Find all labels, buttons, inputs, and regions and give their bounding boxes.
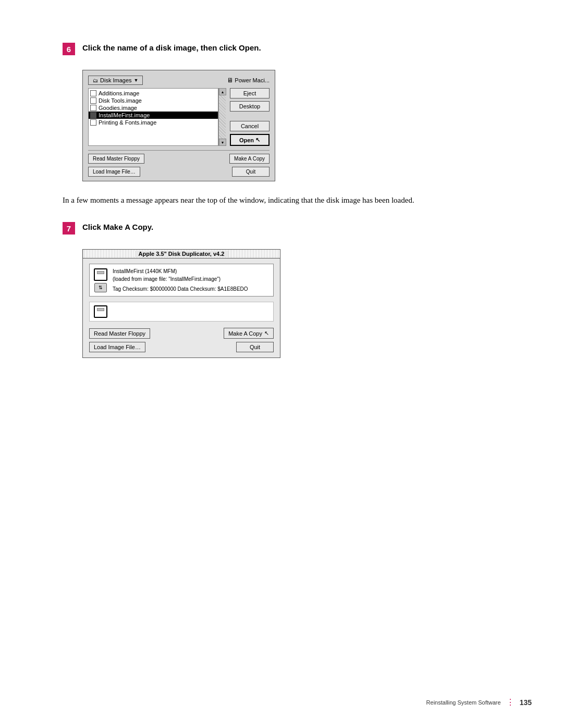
load-image-file-button-7[interactable]: Load Image File… [89,342,145,352]
page-footer: Reinstalling System Software ⋮ 135 [0,697,563,707]
file-item-installmefirst[interactable]: InstallMeFirst.image [89,112,218,119]
load-image-file-button-6[interactable]: Load Image File… [88,167,140,177]
step-6-dialog-screenshot: 🗂 Disk Images ▼ 🖥 Power Maci... [82,70,500,181]
step-6-block: 6 Click the name of a disk image, then c… [63,42,500,55]
dup-info-text: InstallMeFirst (1440K MFM) (loaded from … [113,267,248,293]
file-item-printing[interactable]: Printing & Fonts.image [89,119,218,126]
drive-connector-icon: ⇅ [94,283,107,292]
outer-last-row: Load Image File… Quit [88,167,270,177]
quit-button-7[interactable]: Quit [236,342,274,352]
outer-bottom-row: Read Master Floppy Make A Copy [88,150,270,164]
read-master-floppy-button-7[interactable]: Read Master Floppy [89,328,150,339]
read-master-floppy-button[interactable]: Read Master Floppy [88,154,144,164]
dup-body: ⇅ InstallMeFirst (1440K MFM) (loaded fro… [83,258,280,357]
dup-action-row: Read Master Floppy Make A Copy ↖ [89,328,274,339]
footer-text: Reinstalling System Software [426,699,501,706]
drive-icon: 🖥 [227,77,233,84]
step-7-number: 7 [63,222,75,235]
cursor-icon: ↖ [255,137,260,143]
cancel-button[interactable]: Cancel [230,121,270,131]
folder-selector[interactable]: 🗂 Disk Images ▼ [88,76,143,85]
dropdown-arrow: ▼ [134,78,139,83]
dialog-buttons: Eject Desktop Cancel Open ↖ [230,88,270,146]
volume-label: 🖥 Power Maci... [227,77,270,84]
step-7-block: 7 Click Make A Copy. [63,221,500,235]
disk-duplicator-window: Apple 3.5" Disk Duplicator, v4.2 ⇅ Insta… [82,249,280,358]
dup-info-box: ⇅ InstallMeFirst (1440K MFM) (loaded fro… [89,264,274,297]
dup-titlebar: Apple 3.5" Disk Duplicator, v4.2 [83,250,280,258]
eject-button[interactable]: Eject [230,88,270,98]
folder-selector-label: Disk Images [100,77,132,83]
scrollbar[interactable]: ▲ ▼ [218,88,226,146]
info-line2: (loaded from image file: "InstallMeFirst… [113,275,248,283]
body-paragraph: In a few moments a message appears near … [63,194,417,206]
open-button[interactable]: Open ↖ [230,134,270,146]
footer-page-number: 135 [520,698,532,707]
file-item-disktools[interactable]: Disk Tools.image [89,97,218,104]
info-line1: InstallMeFirst (1440K MFM) [113,267,248,275]
step-6-number: 6 [63,43,75,55]
step-7-title: Click Make A Copy. [82,223,153,231]
quit-button-6[interactable]: Quit [232,167,270,177]
footer-dots: ⋮ [506,697,516,707]
file-list: Additions.image Disk Tools.image Goodies… [88,88,218,146]
dup-floppy-area [89,302,274,322]
make-copy-button-dialog[interactable]: Make A Copy [229,154,270,164]
floppy-icon-top [94,268,107,281]
file-item-goodies[interactable]: Goodies.image [89,104,218,112]
dup-bottom-row: Load Image File… Quit [89,342,274,352]
make-copy-button-7[interactable]: Make A Copy ↖ [224,328,274,339]
dup-title-text: Apple 3.5" Disk Duplicator, v4.2 [134,251,229,257]
dup-icons-col: ⇅ [94,268,107,292]
floppy-icon-bottom [94,305,107,318]
folder-icon: 🗂 [93,78,98,83]
desktop-button[interactable]: Desktop [230,101,270,112]
file-item-additions[interactable]: Additions.image [89,90,218,97]
cursor-icon-2: ↖ [264,330,269,337]
info-line3: Tag Checksum: $00000000 Data Checksum: $… [113,285,248,293]
step-6-title: Click the name of a disk image, then cli… [82,43,261,52]
